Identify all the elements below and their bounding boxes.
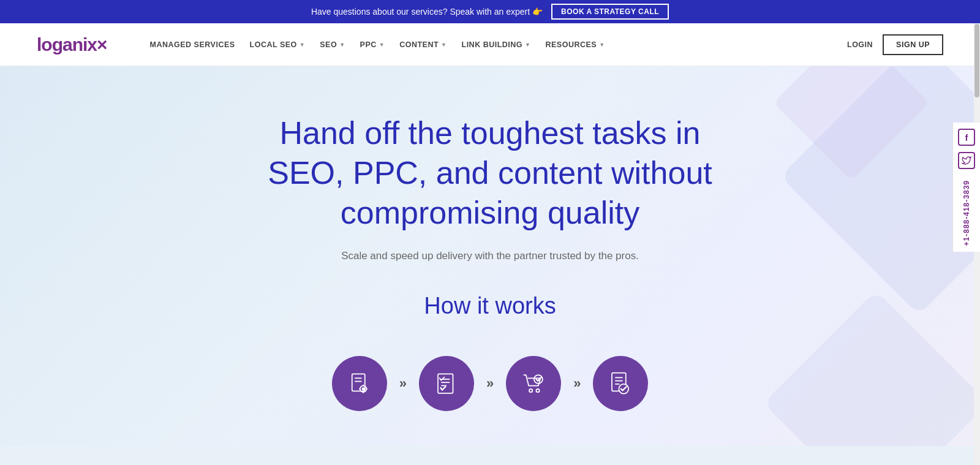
nav-resources[interactable]: RESOURCES ▼ — [540, 36, 611, 54]
hero-subtitle: Scale and speed up delivery with the par… — [341, 250, 639, 262]
step-3-icon — [506, 356, 561, 411]
step-1-icon — [332, 356, 387, 411]
signup-button[interactable]: SIGN UP — [883, 34, 943, 55]
how-it-works-heading: How it works — [424, 293, 556, 319]
phone-number[interactable]: +1-888-418-3839 — [962, 180, 971, 246]
nav-right: LOGIN SIGN UP — [847, 34, 943, 55]
svg-point-14 — [537, 389, 540, 392]
hero-title: Hand off the toughest tasks in SEO, PPC,… — [251, 113, 729, 233]
nav-seo[interactable]: SEO ▼ — [314, 36, 351, 54]
chevron-down-icon: ▼ — [441, 42, 447, 48]
nav-links: MANAGED SERVICES LOCAL SEO ▼ SEO ▼ PPC ▼… — [144, 36, 847, 54]
facebook-icon[interactable]: f — [958, 129, 975, 146]
doc-check-icon — [608, 371, 633, 396]
svg-point-13 — [529, 389, 532, 392]
logo-x: × — [97, 34, 107, 55]
step-2-icon — [419, 356, 474, 411]
cart-check-icon — [521, 371, 546, 396]
step-4-icon — [593, 356, 648, 411]
logo[interactable]: loganix× — [37, 34, 107, 55]
nav-label: PPC — [360, 40, 377, 49]
twitter-icon[interactable] — [958, 152, 975, 169]
chevron-down-icon: ▼ — [379, 42, 385, 48]
nav-label: LOCAL SEO — [250, 40, 297, 49]
steps-row: » » » — [332, 356, 649, 411]
twitter-bird-icon — [962, 156, 971, 165]
step-arrow-1: » — [399, 376, 407, 391]
checklist-icon — [434, 371, 459, 396]
nav-managed-services[interactable]: MANAGED SERVICES — [144, 36, 241, 54]
logo-text: loganix — [37, 34, 97, 55]
top-announcement-bar: Have questions about our services? Speak… — [0, 0, 980, 23]
step-arrow-2: » — [486, 376, 494, 391]
nav-label: CONTENT — [399, 40, 439, 49]
svg-rect-9 — [438, 374, 453, 393]
chevron-down-icon: ▼ — [339, 42, 345, 48]
svg-point-15 — [534, 375, 543, 384]
nav-ppc[interactable]: PPC ▼ — [354, 36, 391, 54]
chevron-down-icon: ▼ — [599, 42, 605, 48]
side-social-bar: f +1-888-418-3839 — [952, 123, 980, 252]
login-link[interactable]: LOGIN — [847, 40, 873, 49]
nav-content[interactable]: CONTENT ▼ — [393, 36, 453, 54]
nav-label: MANAGED SERVICES — [150, 40, 235, 49]
nav-link-building[interactable]: LINK BUILDING ▼ — [456, 36, 537, 54]
step-arrow-3: » — [573, 376, 581, 391]
topbar-message: Have questions about our services? Speak… — [311, 7, 543, 17]
chevron-down-icon: ▼ — [300, 42, 305, 48]
svg-point-4 — [362, 388, 364, 390]
nav-label: LINK BUILDING — [462, 40, 523, 49]
nav-local-seo[interactable]: LOCAL SEO ▼ — [244, 36, 312, 54]
book-strategy-call-button[interactable]: BOOK A STRATEGY CALL — [551, 4, 669, 20]
facebook-label: f — [965, 132, 968, 143]
nav-label: SEO — [320, 40, 337, 49]
decorative-diamond — [774, 66, 930, 181]
hero-section: Hand off the toughest tasks in SEO, PPC,… — [0, 66, 980, 446]
scrollbar-thumb[interactable] — [974, 24, 979, 97]
nav-label: RESOURCES — [546, 40, 597, 49]
document-settings-icon — [347, 371, 372, 396]
chevron-down-icon: ▼ — [525, 42, 530, 48]
main-navbar: loganix× MANAGED SERVICES LOCAL SEO ▼ SE… — [0, 23, 980, 66]
